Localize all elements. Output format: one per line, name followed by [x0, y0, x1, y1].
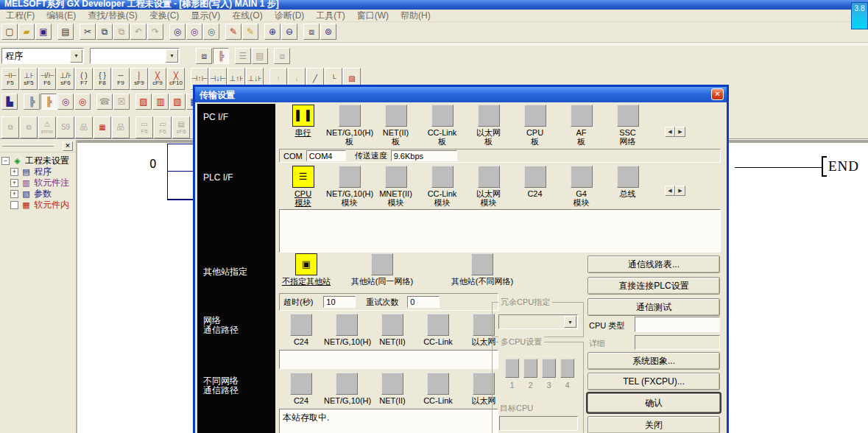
copy-icon[interactable]: ⧉ — [96, 24, 113, 40]
write-during-run-icon[interactable]: ▨ — [135, 94, 152, 110]
partial-edit-icon[interactable]: ▧ — [169, 94, 186, 110]
ladder-mode-icon[interactable]: ▙ — [1, 94, 18, 110]
device-option[interactable]: 以太网 板 — [465, 105, 512, 146]
line-f6-button[interactable]: ▭F6 — [154, 116, 172, 138]
device-option[interactable]: NET/G,10(H) 模块 — [326, 166, 373, 207]
cpu-slot[interactable]: 3 — [540, 359, 558, 390]
menu-item[interactable]: 诊断(D) — [269, 10, 311, 22]
menu-item[interactable]: 变换(C) — [144, 10, 186, 22]
window-switch-icon[interactable]: ⧈ — [303, 24, 320, 40]
device-option[interactable]: MNET(II) 模块 — [373, 166, 419, 207]
menu-item[interactable]: 查找/替换(S) — [82, 10, 143, 22]
network-option[interactable]: C24 — [278, 314, 324, 346]
ladder-preview-icon[interactable]: ⧈ — [196, 48, 212, 64]
device-option[interactable]: CC-Link 板 — [419, 105, 465, 146]
tree-item[interactable]: + ▥ 软元件注 — [10, 177, 76, 189]
cpu-slot[interactable]: 4 — [558, 359, 576, 390]
chevron-down-icon[interactable]: ▼ — [70, 49, 82, 63]
device-option[interactable]: AF 板 — [558, 105, 604, 146]
scroll-left-icon[interactable]: ◀ — [665, 127, 675, 137]
line-f5-button[interactable]: ▭F5 — [135, 116, 153, 138]
device-option[interactable]: C24 — [512, 166, 558, 198]
device-option[interactable]: ☰ CPU 模块 — [280, 166, 326, 207]
menu-item[interactable]: 在线(O) — [226, 10, 268, 22]
confirm-button[interactable]: 确认 — [588, 393, 720, 412]
macro-window-icon[interactable]: ⧈ — [274, 48, 290, 64]
menu-item[interactable]: 编辑(E) — [40, 10, 82, 22]
instruction-tree-icon[interactable]: ☰ — [235, 48, 251, 64]
device-option[interactable]: CC-Link 模块 — [419, 166, 465, 207]
device-option[interactable]: SSC 网络 — [604, 105, 651, 146]
close-icon[interactable]: ✕ — [63, 141, 73, 151]
station-option[interactable]: ▣ 不指定其他站 — [278, 253, 335, 286]
cpu-slot[interactable]: 2 — [521, 359, 540, 390]
edit-ladder-icon[interactable]: ╠ — [40, 94, 57, 110]
find-contact-icon[interactable]: ◎ — [186, 24, 202, 40]
target-cpu-field[interactable] — [499, 416, 578, 431]
cpu-slot[interactable]: 1 — [503, 359, 521, 390]
tree-root[interactable]: − ◈ 工程未设置 — [1, 155, 76, 166]
tel-fxcpu-button[interactable]: TEL (FXCPU)... — [588, 373, 720, 390]
network-option[interactable]: CC-Link — [415, 314, 461, 346]
telephone-icon[interactable]: ☎ — [96, 94, 113, 110]
network-option[interactable]: CC-Link — [415, 373, 461, 405]
find-instruction-icon[interactable]: ◎ — [203, 24, 219, 40]
station-option[interactable]: 其他站(同一网络) — [335, 253, 429, 286]
device-option[interactable]: CPU 板 — [512, 105, 558, 146]
scroll-right-icon[interactable]: ▶ — [675, 186, 685, 196]
delete-vertical-line-button[interactable]: ╳cF10 — [167, 68, 185, 90]
chevron-down-icon[interactable]: ▼ — [166, 49, 178, 63]
step-trace-icon[interactable]: S9 — [57, 116, 74, 138]
device-test-icon[interactable]: ▦ — [93, 116, 111, 138]
paste-block-icon[interactable]: ⧉ — [20, 116, 38, 138]
device-combobox[interactable]: ▼ — [90, 48, 180, 64]
device-option[interactable]: ▌▐ 串行 — [280, 105, 326, 137]
window-titlebar[interactable]: MELSOFT系列 GX Developer 工程未设置 - [梯形图(写入) … — [0, 0, 868, 10]
parallel-open-contact-button[interactable]: ⊥⊦sF5 — [20, 68, 38, 90]
menu-item[interactable]: 窗口(W) — [351, 10, 395, 22]
device-option[interactable]: NET(II) 板 — [373, 105, 419, 146]
undo-icon[interactable]: ↶ — [130, 24, 147, 40]
write-mode-icon[interactable]: ✎ — [225, 24, 241, 40]
parallel-closed-contact-button[interactable]: ⊥/⊦sF6 — [57, 68, 74, 90]
timeout-field[interactable]: 10 — [323, 296, 356, 308]
telephone-disconnect-icon[interactable]: ☒ — [113, 94, 130, 110]
panel-grip[interactable] — [2, 144, 54, 147]
dialog-titlebar[interactable]: 传输设置 ✕ — [195, 87, 727, 102]
station-option[interactable]: 其他站(不同网络) — [429, 253, 535, 286]
expand-icon[interactable]: + — [10, 179, 18, 187]
monitor-icon[interactable]: ⊚ — [320, 24, 336, 40]
tree-display-icon[interactable]: ╠ — [213, 48, 229, 64]
line-sf6-button[interactable]: ▤sF6 — [172, 116, 190, 138]
expand-icon[interactable]: + — [10, 168, 18, 176]
network-option[interactable]: NET/G,10(H) — [324, 314, 370, 346]
scroll-left-icon[interactable]: ◀ — [665, 186, 675, 196]
network-option[interactable]: NET(II) — [370, 373, 415, 405]
retry-field[interactable]: 0 — [407, 296, 440, 308]
redo-icon[interactable]: ↷ — [147, 24, 163, 40]
error-jump-icon[interactable]: ⚠error — [38, 116, 56, 138]
tree-item[interactable]: + ▧ 参数 — [10, 189, 76, 200]
comm-test-button[interactable]: 通信测试 — [588, 298, 720, 316]
application-instruction-button[interactable]: { }F8 — [93, 68, 111, 90]
block-down-icon[interactable]: 品 — [112, 116, 130, 138]
collapse-icon[interactable]: − — [1, 157, 10, 165]
open-folder-icon[interactable]: ▰ — [18, 24, 35, 40]
chevron-down-icon[interactable]: ▼ — [564, 316, 576, 328]
new-file-icon[interactable]: ▢ — [1, 24, 18, 40]
coil-button[interactable]: ( )F7 — [75, 68, 93, 90]
menu-item[interactable]: 工程(F) — [0, 10, 40, 22]
save-icon[interactable]: ▣ — [35, 24, 52, 40]
device-option[interactable]: G4 模块 — [558, 166, 604, 207]
expand-icon[interactable] — [10, 201, 18, 209]
program-combobox[interactable]: 程序 ▼ — [1, 48, 84, 64]
zoom-in-icon[interactable]: ⊕ — [264, 24, 280, 40]
insert-mode-icon[interactable]: ✎ — [242, 24, 258, 40]
close-icon[interactable]: ✕ — [711, 88, 724, 100]
cut-icon[interactable]: ✂ — [80, 24, 96, 40]
baud-field[interactable]: 9.6Kbps — [391, 150, 457, 161]
device-option[interactable]: 总线 — [604, 166, 651, 198]
close-button[interactable]: 关闭 — [588, 416, 720, 433]
find-device-icon[interactable]: ◎ — [169, 24, 186, 40]
closed-contact-button[interactable]: ⊣/⊢F6 — [38, 68, 56, 90]
